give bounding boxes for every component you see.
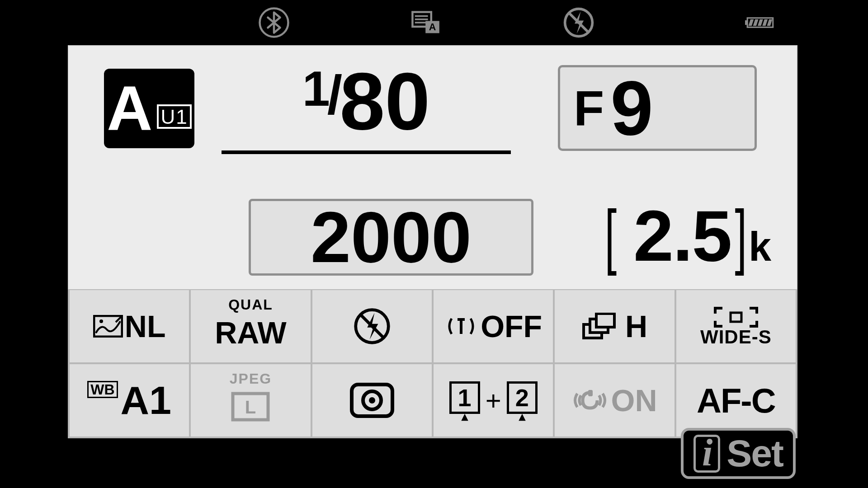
af-area-icon (713, 306, 759, 328)
svg-point-28 (369, 397, 375, 404)
svg-rect-14 (762, 19, 768, 26)
status-bar: A (0, 0, 868, 45)
jpeg-size-tile[interactable]: JPEG L (191, 364, 310, 436)
svg-rect-13 (758, 19, 763, 26)
battery-icon (655, 6, 868, 39)
svg-text:L: L (245, 397, 256, 417)
vr-icon (572, 385, 608, 416)
svg-rect-22 (596, 314, 614, 327)
svg-rect-12 (753, 19, 759, 26)
shots-remaining: [ 2.5 ] k (601, 194, 770, 277)
bluetooth-icon (198, 6, 350, 39)
aperture-readout[interactable]: F 9 (558, 65, 757, 151)
wireless-tile[interactable]: OFF (434, 290, 553, 362)
svg-rect-10 (745, 20, 748, 25)
svg-rect-15 (767, 19, 773, 26)
card-slot-tile[interactable]: 1 ▴ + 2 ▴ (434, 364, 553, 436)
flash-mode-tile[interactable] (312, 290, 432, 362)
display-overlay-icon: A (350, 6, 503, 39)
svg-rect-11 (749, 19, 754, 26)
antenna-icon (444, 313, 478, 339)
svg-point-17 (99, 319, 103, 323)
white-balance-tile[interactable]: WB A1 (70, 364, 189, 436)
shooting-mode-indicator: A U1 (104, 69, 194, 148)
iso-readout[interactable]: 2000 (249, 199, 533, 276)
settings-grid: NL QUAL RAW OFF (68, 289, 797, 438)
focus-mode-tile[interactable]: AF-C (676, 364, 796, 436)
svg-rect-29 (588, 390, 593, 396)
release-mode-tile[interactable]: H (555, 290, 674, 362)
image-quality-raw-tile[interactable]: QUAL RAW (191, 290, 310, 362)
metering-tile[interactable] (312, 364, 432, 436)
af-area-tile[interactable]: WIDE-S (676, 290, 796, 362)
svg-rect-23 (731, 313, 741, 322)
slot-1: 1 ▴ (449, 381, 480, 419)
i-set-button[interactable]: i Set (681, 428, 796, 479)
image-size-icon: L (230, 391, 271, 422)
flash-off-icon (503, 6, 655, 39)
picture-control-value: NL (125, 309, 166, 344)
slot-2: 2 ▴ (507, 381, 538, 419)
metering-icon (347, 380, 397, 421)
picture-control-tile[interactable]: NL (70, 290, 189, 362)
user-setting-badge: U1 (157, 104, 191, 129)
flash-off-icon (353, 307, 392, 346)
svg-text:A: A (429, 21, 436, 33)
i-icon: i (693, 435, 720, 473)
shutter-speed-readout: 1/80 (222, 54, 511, 154)
burst-icon (582, 313, 618, 340)
vr-tile[interactable]: ON (555, 364, 674, 436)
info-panel: A U1 1/80 F 9 2000 [ 2.5 ] k (68, 45, 797, 438)
set-label: Set (726, 432, 783, 475)
mode-letter: A (107, 77, 153, 140)
wb-prefix: WB (87, 381, 118, 398)
